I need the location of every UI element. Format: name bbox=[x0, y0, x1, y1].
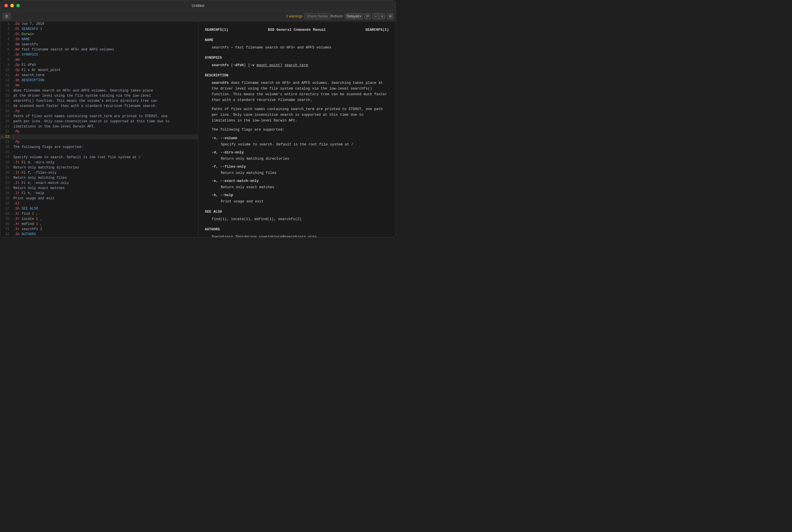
editor-line: 19 Paths of files with names containing … bbox=[0, 114, 198, 119]
line-content: .Nm bbox=[12, 57, 198, 62]
editor-line: 32 .It Fl e, -exact-match-only bbox=[0, 180, 198, 186]
line-number: 15 bbox=[0, 93, 12, 98]
editor-line: 12 .Sh DESCRIPTION bbox=[0, 78, 198, 83]
man-synopsis-section: SYNOPSIS bbox=[205, 55, 389, 61]
maximize-button[interactable] bbox=[16, 4, 20, 7]
app-window: Untitled ⚙ 2 warnings Check Syntax Refre… bbox=[0, 0, 396, 238]
close-button[interactable] bbox=[4, 4, 8, 7]
line-number: 19 bbox=[0, 114, 12, 119]
line-content: at the driver level using the file syste… bbox=[12, 93, 198, 98]
line-content bbox=[12, 150, 198, 155]
warnings-badge[interactable]: 2 warnings bbox=[286, 14, 303, 18]
man-flag-h: -h, --help Print usage and exit bbox=[212, 192, 389, 204]
editor-line: 3 .Os Darwin bbox=[0, 32, 198, 37]
line-number: 2 bbox=[0, 26, 12, 32]
man-name-section: NAME bbox=[205, 37, 389, 43]
editor-line: 9 .Op Fl dfeh bbox=[0, 62, 198, 68]
editor-line: 36 .El bbox=[0, 201, 198, 206]
man-flag-e: -e, --exact-match-only Return only exact… bbox=[212, 178, 389, 190]
refresh-button[interactable]: ↺ bbox=[364, 13, 371, 19]
macro-token: .Dt bbox=[14, 27, 20, 31]
flag-name: -h, --help bbox=[212, 193, 233, 197]
man-authors-section: AUTHORS bbox=[205, 227, 389, 232]
line-number: 31 bbox=[0, 175, 12, 180]
line-number: 1 bbox=[0, 21, 12, 26]
macro-token: .Sh bbox=[14, 53, 20, 57]
text-token: searchfs bbox=[20, 227, 40, 231]
line-number: 26 bbox=[0, 150, 12, 155]
editor-line: 39 .Xr locate 1 , bbox=[0, 216, 198, 222]
line-number: 42 bbox=[0, 232, 12, 237]
man-see-also-text: find(1), locate(1), mdfind(1), searchfs(… bbox=[212, 217, 302, 221]
man-desc-p2: Paths of files with names containing sea… bbox=[212, 106, 389, 124]
text-token: AUTHORS bbox=[20, 232, 36, 236]
line-content: .Ar search_term bbox=[12, 73, 198, 78]
line-content: .Op Fl v Ar mount_point bbox=[12, 68, 198, 73]
line-content: .Xr find 1 , bbox=[12, 211, 198, 216]
line-content: .Sh SYNOPSIS bbox=[12, 52, 198, 57]
text-token: Fl d, -dirs-only bbox=[20, 160, 55, 165]
text-token: SEE ALSO bbox=[20, 207, 38, 211]
line-content: .An Sveinbjorn Thordarson <sveinbjorn@sv… bbox=[12, 237, 198, 237]
preview-pane[interactable]: SEARCHFS(1) BSD General Commands Manual … bbox=[198, 21, 396, 237]
man-name-body: searchfs — fast filename search on HFS+ … bbox=[212, 45, 389, 51]
macro-token: .Xr bbox=[14, 222, 20, 226]
editor-line: 16 searchfs() function. This means the v… bbox=[0, 98, 198, 103]
editor-lines: 1 .Dd Jun 7, 2018 2 .Dt SEARCHFS 1 3 .Os… bbox=[0, 21, 198, 237]
settings-button[interactable]: ⚙ bbox=[3, 13, 11, 19]
editor-line: 24 .Pp bbox=[0, 139, 198, 145]
editor-line: 42 .Sh AUTHORS bbox=[0, 232, 198, 237]
text-token: find bbox=[20, 212, 32, 216]
view-settings-button[interactable]: ⚙ bbox=[387, 13, 393, 19]
zoom-in-button[interactable]: + bbox=[379, 13, 385, 19]
man-see-also-section: SEE ALSO bbox=[205, 209, 389, 215]
line-content: Paths of files with names containing sea… bbox=[12, 114, 198, 119]
text-token: , bbox=[38, 222, 42, 226]
editor-line: 21 limitations in the low-level Darwin A… bbox=[0, 124, 198, 129]
line-content: .Xr mdfind 1 , bbox=[12, 222, 198, 227]
zoom-out-button[interactable]: − bbox=[373, 13, 379, 19]
line-number: 6 bbox=[0, 47, 12, 52]
flag-desc: Return only matching files bbox=[221, 170, 389, 176]
titlebar: Untitled bbox=[0, 0, 396, 11]
zoom-controls: − + bbox=[372, 13, 385, 19]
line-content: .It Fl d, -dirs-only bbox=[12, 160, 198, 165]
line-content: .Nm searchfs bbox=[12, 42, 198, 47]
line-number: 21 bbox=[0, 124, 12, 129]
text-token: at the driver level using the file syste… bbox=[14, 94, 151, 98]
man-authors-text: Sveinbjorn Thordarson <sveinbjorn@sveinb… bbox=[212, 235, 317, 237]
window-title: Untitled bbox=[192, 3, 204, 8]
man-synopsis-body: searchfs [-dfeh] [-v mount_point] search… bbox=[212, 62, 389, 68]
line-content bbox=[12, 134, 198, 139]
line-content: .Op Fl dfeh bbox=[12, 62, 198, 68]
main-content: 1 .Dd Jun 7, 2018 2 .Dt SEARCHFS 1 3 .Os… bbox=[0, 21, 396, 237]
text-token: Darwin bbox=[20, 32, 34, 36]
line-number: 24 bbox=[0, 139, 12, 145]
line-content: .Pp bbox=[12, 139, 198, 145]
line-number: 35 bbox=[0, 196, 12, 201]
toolbar: ⚙ 2 warnings Check Syntax Refresh: Delay… bbox=[0, 11, 396, 21]
editor-pane[interactable]: 1 .Dd Jun 7, 2018 2 .Dt SEARCHFS 1 3 .Os… bbox=[0, 21, 198, 237]
editor-line: 15 at the driver level using the file sy… bbox=[0, 93, 198, 98]
line-content: .Sh AUTHORS bbox=[12, 232, 198, 237]
text-token: Return only exact matches bbox=[14, 186, 65, 190]
line-number: 37 bbox=[0, 206, 12, 211]
line-content: searchfs() function. This means the volu… bbox=[12, 98, 198, 103]
text-token: The following flags are supported: bbox=[14, 145, 83, 149]
line-number: 40 bbox=[0, 222, 12, 227]
line-number: 13 bbox=[0, 83, 12, 88]
macro-token: .Nd bbox=[14, 48, 20, 52]
text-token: search_term bbox=[20, 73, 44, 77]
line-number: 17 bbox=[0, 103, 12, 109]
macro-token: .Nm bbox=[14, 83, 20, 88]
line-number: 5 bbox=[0, 42, 12, 47]
minimize-button[interactable] bbox=[10, 4, 14, 7]
refresh-mode-label: Delayed bbox=[347, 14, 359, 18]
refresh-dropdown[interactable]: Delayed ▾ bbox=[345, 13, 363, 19]
gear-icon: ⚙ bbox=[5, 14, 8, 19]
line-content: .Dd Jun 7, 2018 bbox=[12, 21, 198, 26]
line-content: .Xr searchfs 2 bbox=[12, 227, 198, 232]
check-syntax-button[interactable]: Check Syntax bbox=[305, 13, 331, 19]
macro-token: .Xr bbox=[14, 212, 20, 216]
editor-line: 1 .Dd Jun 7, 2018 bbox=[0, 21, 198, 26]
